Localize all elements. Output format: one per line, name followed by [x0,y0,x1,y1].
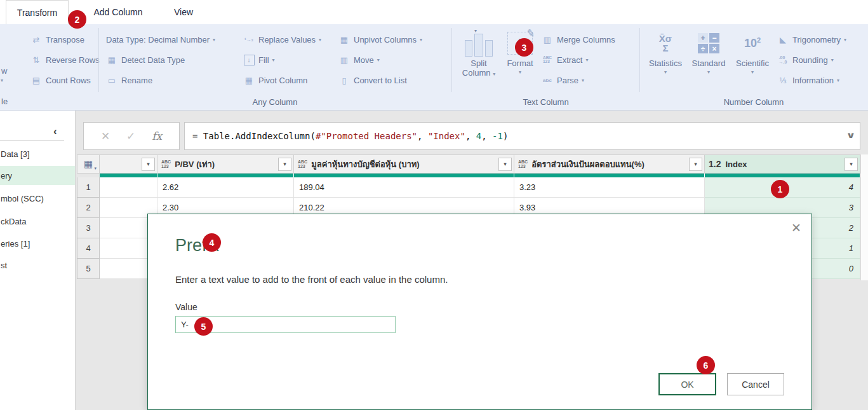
transpose-button[interactable]: ⇄ Transpose [30,33,84,46]
chevron-down-icon: ▾ [94,166,97,171]
cell-blank[interactable] [100,177,157,198]
chevron-down-icon: ▾ [519,69,521,75]
unpivot-columns-button[interactable]: ▦ Unpivot Columns ▾ [338,33,422,46]
chevron-down-icon: ▾ [504,161,507,167]
chevron-down-icon: ▾ [420,37,422,43]
ok-button[interactable]: OK [658,373,716,395]
tab-add-column[interactable]: Add Column [83,0,153,24]
standard-icon: +− ÷× [698,28,719,58]
divider [0,140,64,140]
formula-expand-icon[interactable]: ∨ [846,130,855,140]
ribbon-clipped-button-text[interactable]: w [1,66,7,76]
column-header-index-selected[interactable]: 1.2 Index ▾ [705,154,860,174]
reverse-rows-button[interactable]: ⇅ Reverse Rows [30,53,100,66]
column-header-pbv[interactable]: ABC123 P/BV (เท่า) ▾ [157,154,294,174]
trigonometry-icon: ◣ [777,34,789,44]
table-select-all-button[interactable]: ▦ ▾ [77,154,100,174]
scientific-icon: 102 [744,28,761,58]
fill-icon: ↓ [243,55,255,65]
table-row: 1 2.62 189.04 3.23 4 [77,177,860,198]
query-group-item[interactable]: Data [3] [0,144,75,163]
information-icon: ⅓ [777,75,789,85]
row-number[interactable]: 2 [77,198,100,218]
chevron-down-icon: ▾ [707,69,710,75]
column-header-dividend-yield[interactable]: ABC123 อัตราส่วนเงินปันผลตอบแทน(%) ▾ [514,154,705,174]
pivot-column-button[interactable]: ▦ Pivot Column [243,74,307,86]
formula-action-box: ✕ ✓ fx [83,122,180,150]
information-button[interactable]: ⅓ Information ▾ [777,74,839,86]
ribbon: w ▾ le ⇄ Transpose ⇅ Reverse Rows ▤ Coun… [0,24,868,111]
count-rows-button[interactable]: ▤ Count Rows [30,74,91,86]
parse-icon: abc [542,75,553,85]
query-item[interactable]: ckData [0,212,75,231]
formula-cancel-icon[interactable]: ✕ [101,130,110,143]
query-item[interactable]: mbol (SCC) [0,189,75,208]
table-icon: ▦ [84,158,93,170]
statistics-button[interactable]: X̄σΣ Statistics ▾ [645,28,686,75]
split-column-icon: ▾ [465,28,493,58]
filter-button[interactable]: ▾ [142,158,155,171]
rename-icon: ▭ [106,75,117,85]
formula-commit-icon[interactable]: ✓ [126,130,135,143]
detect-data-type-button[interactable]: ▦ Detect Data Type [106,53,185,66]
column-header-book-value[interactable]: ABC123 มูลค่าหุ้นทางบัญชีต่อหุ้น (บาท) ▾ [294,154,514,174]
column-header-blank[interactable]: ▾ [100,154,157,174]
rounding-button[interactable]: .00→.0 Rounding ▾ [777,53,834,66]
chevron-down-icon: ▾ [585,57,588,63]
row-number[interactable]: 1 [77,177,100,198]
standard-button[interactable]: +− ÷× Standard ▾ [688,28,730,75]
text-type-icon: ABC123 [518,160,528,168]
header-row: ▦ ▾ ▾ ABC123 P/BV (เท่า) ▾ ABC123 มูลค่า… [77,154,860,174]
parse-button[interactable]: abc Parse ▾ [542,74,584,86]
chevron-down-icon: ▾ [831,57,834,63]
query-group-item[interactable]: eries [1] [0,234,75,253]
group-label-text-column: Text Column [451,97,640,107]
query-item[interactable]: st [0,256,75,275]
pivot-column-icon: ▦ [243,75,255,85]
filter-button[interactable]: ▾ [689,158,702,171]
tab-transform[interactable]: Transform [6,0,69,24]
formula-input[interactable]: = Table.AddIndexColumn(#"Promoted Header… [184,122,860,150]
extract-button[interactable]: ABC123 Extract ▾ [542,53,588,66]
annotation-badge-1: 1 [771,180,789,198]
cell-book-value[interactable]: 189.04 [294,177,514,198]
filter-button[interactable]: ▾ [278,158,291,171]
trigonometry-button[interactable]: ◣ Trigonometry ▾ [777,33,846,46]
convert-to-list-icon: ▯ [338,75,350,85]
rename-button[interactable]: ▭ Rename [106,74,152,86]
unpivot-columns-icon: ▦ [338,34,350,44]
count-rows-icon: ▤ [30,75,42,85]
merge-columns-button[interactable]: ▥ Merge Columns [542,33,615,46]
chevron-down-icon: ▾ [694,161,697,167]
data-type-dropdown[interactable]: Data Type: Decimal Number ▾ [106,33,215,46]
replace-values-button[interactable]: ¹→₂ Replace Values ▾ [243,33,321,46]
merge-columns-icon: ▥ [542,34,553,44]
fx-icon[interactable]: fx [152,130,162,142]
cancel-button[interactable]: Cancel [727,373,784,395]
ribbon-group-label-table-partial: le [1,97,8,106]
chevron-down-icon: ▾ [664,69,667,75]
query-item-selected[interactable]: ery [0,166,75,185]
row-number[interactable]: 5 [77,259,100,279]
reverse-rows-icon: ⇅ [30,55,42,65]
text-type-icon: ABC123 [161,160,171,168]
fill-button[interactable]: ↓ Fill ▾ [243,53,275,66]
collapse-pane-icon[interactable]: ‹ [53,125,57,138]
chevron-down-icon: ▾ [850,161,853,167]
row-number[interactable]: 4 [77,238,100,259]
tab-view[interactable]: View [164,0,203,24]
text-type-icon: ABC123 [298,160,307,168]
cell-dividend-yield[interactable]: 3.23 [514,177,705,198]
split-column-button[interactable]: ▾ Split Column ▾ [453,28,504,79]
move-button[interactable]: ▥ Move ▾ [338,53,380,66]
chevron-down-icon: ▾ [213,37,215,43]
chevron-down-icon: ▾ [272,57,275,63]
convert-to-list-button[interactable]: ▯ Convert to List [338,74,407,86]
close-icon[interactable]: ✕ [791,222,801,235]
filter-button[interactable]: ▾ [845,158,858,171]
vertical-scrollbar[interactable] [860,154,868,280]
filter-button[interactable]: ▾ [498,158,512,171]
scientific-button[interactable]: 102 Scientific ▾ [731,28,774,75]
row-number[interactable]: 3 [77,218,100,238]
cell-pbv[interactable]: 2.62 [157,177,294,198]
